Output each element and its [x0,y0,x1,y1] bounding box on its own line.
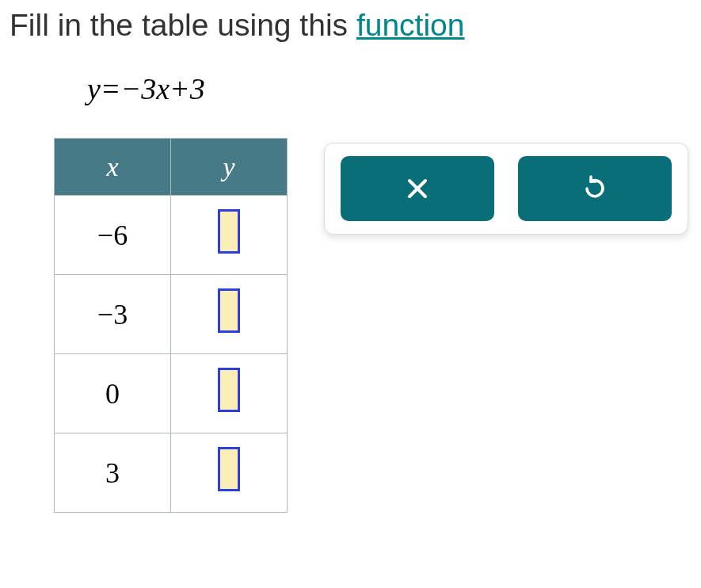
prompt-prefix: Fill in the table using this [10,8,356,42]
table-row: 3 [55,433,288,513]
function-link[interactable]: function [356,8,465,42]
y-cell [171,354,288,433]
x-cell: −3 [55,275,171,354]
answer-input[interactable] [218,288,240,333]
undo-icon [581,174,609,203]
answer-input[interactable] [218,447,240,491]
y-cell [171,275,288,354]
function-table: x y −6 −3 0 3 [54,138,288,513]
table-row: −3 [55,275,288,354]
y-cell [171,196,288,275]
table-row: 0 [55,354,288,433]
answer-input[interactable] [218,209,240,254]
undo-button[interactable] [518,156,672,221]
equation: y=−3x+3 [0,71,701,106]
prompt-text: Fill in the table using this function [0,8,701,43]
toolbar [324,143,688,235]
x-cell: 3 [55,433,171,513]
header-x: x [55,139,171,196]
close-icon [405,176,430,201]
table-row: −6 [55,196,288,275]
close-button[interactable] [341,156,494,221]
header-y: y [171,139,288,196]
x-cell: 0 [55,354,171,433]
x-cell: −6 [55,196,171,275]
y-cell [171,433,288,513]
answer-input[interactable] [218,368,240,412]
